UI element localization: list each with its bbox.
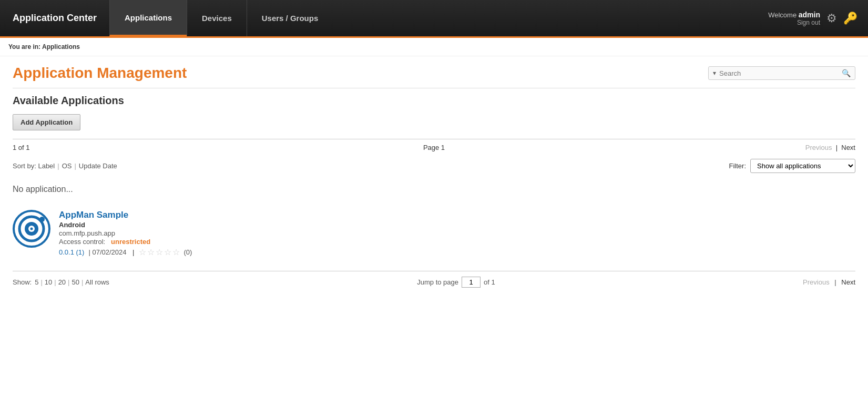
access-label: Access control:	[59, 238, 105, 246]
next-link-bottom[interactable]: Next	[841, 278, 855, 286]
add-application-button[interactable]: Add Application	[13, 114, 80, 130]
search-container: ▾ 🔍	[708, 66, 855, 80]
stars: ☆ ☆ ☆ ☆ ☆	[139, 247, 180, 257]
show-sep-3: |	[68, 278, 69, 286]
show-left: Show: 5 | 10 | 20 | 50 | All rows	[13, 278, 109, 286]
section-title: Available Applications	[13, 95, 855, 107]
show-label: Show:	[13, 278, 32, 286]
star-5[interactable]: ☆	[172, 247, 180, 257]
sort-by-update-date[interactable]: Update Date	[79, 162, 117, 170]
app-name-link[interactable]: AppMan Sample	[59, 210, 128, 220]
previous-label-top: Previous	[805, 144, 832, 151]
separator-pipe: |	[131, 248, 135, 256]
previous-label-bottom: Previous	[803, 278, 830, 286]
page-label: Page 1	[293, 144, 574, 151]
signout-link[interactable]: Sign out	[768, 19, 820, 26]
show-sep-1: |	[40, 278, 42, 286]
app-item: AppMan Sample Android com.mfp.push.app A…	[13, 205, 855, 266]
app-os: Android	[59, 221, 855, 229]
of-label: of 1	[484, 278, 495, 286]
title-divider	[13, 88, 855, 88]
sort-sep-2: |	[74, 162, 76, 170]
jump-to-page: Jump to page of 1	[417, 277, 495, 288]
show-sep-2: |	[54, 278, 56, 286]
app-icon[interactable]	[13, 210, 50, 248]
search-dropdown-arrow[interactable]: ▾	[713, 69, 716, 77]
main-content: Application Management ▾ 🔍 Available App…	[0, 56, 868, 301]
page-title: Application Management	[13, 65, 187, 82]
welcome-text: Welcome admin Sign out	[768, 11, 820, 26]
filter-label: Filter:	[729, 162, 747, 170]
app-version-link[interactable]: 0.0.1 (1)	[59, 248, 84, 256]
jump-label: Jump to page	[417, 278, 458, 286]
nav-item-applications[interactable]: Applications	[109, 0, 187, 36]
show-5[interactable]: 5	[35, 278, 38, 286]
page-count: 1 of 1	[13, 144, 293, 151]
show-all[interactable]: All rows	[85, 278, 109, 286]
sort-label: Sort by:	[13, 162, 36, 170]
pagination-top: 1 of 1 Page 1 Previous | Next	[13, 139, 855, 156]
access-value: unrestricted	[111, 238, 150, 246]
app-icon-svg	[13, 210, 50, 248]
show-50[interactable]: 50	[72, 278, 79, 286]
star-4[interactable]: ☆	[164, 247, 171, 257]
svg-point-5	[30, 228, 33, 230]
filter-right: Filter: Show all applications Active onl…	[729, 159, 856, 173]
next-link-top[interactable]: Next	[841, 144, 855, 151]
sort-filter-row: Sort by: Label | OS | Update Date Filter…	[13, 156, 855, 176]
show-20[interactable]: 20	[58, 278, 66, 286]
app-details: AppMan Sample Android com.mfp.push.app A…	[59, 210, 855, 257]
nav-item-users-groups[interactable]: Users / Groups	[247, 0, 333, 36]
main-nav: Applications Devices Users / Groups	[109, 0, 758, 36]
app-date: | 07/02/2024	[88, 248, 126, 256]
star-3[interactable]: ☆	[156, 247, 163, 257]
key-icon[interactable]: 🔑	[843, 12, 857, 25]
breadcrumb: You are in: Applications	[0, 38, 868, 56]
rating-count: (0)	[184, 248, 192, 256]
header: Application Center Applications Devices …	[0, 0, 868, 38]
settings-icon[interactable]: ⚙	[826, 12, 837, 25]
jump-input[interactable]	[462, 277, 481, 288]
sort-left: Sort by: Label | OS | Update Date	[13, 162, 117, 170]
brand-logo[interactable]: Application Center	[0, 0, 109, 36]
prev-next-top: Previous | Next	[575, 144, 855, 151]
bottom-pagination: Show: 5 | 10 | 20 | 50 | All rows Jump t…	[13, 271, 855, 293]
search-button[interactable]: 🔍	[842, 69, 851, 77]
show-sep-4: |	[81, 278, 83, 286]
search-input[interactable]	[719, 69, 842, 77]
show-10[interactable]: 10	[45, 278, 52, 286]
star-1[interactable]: ☆	[139, 247, 146, 257]
prev-next-bottom: Previous | Next	[803, 278, 855, 286]
username: admin	[799, 11, 820, 19]
sort-by-label[interactable]: Label	[38, 162, 55, 170]
welcome-prefix: Welcome	[768, 11, 796, 19]
title-row: Application Management ▾ 🔍	[13, 65, 855, 82]
sort-by-os[interactable]: OS	[62, 162, 72, 170]
star-2[interactable]: ☆	[147, 247, 155, 257]
nav-item-devices[interactable]: Devices	[187, 0, 247, 36]
app-access: Access control: unrestricted	[59, 238, 855, 246]
sort-sep-1: |	[57, 162, 59, 170]
no-application-message: No application...	[13, 185, 855, 194]
header-right: Welcome admin Sign out ⚙ 🔑	[758, 0, 868, 36]
svg-point-3	[39, 217, 45, 222]
filter-select[interactable]: Show all applications Active only Inacti…	[750, 159, 855, 173]
app-version-row: 0.0.1 (1) | 07/02/2024 | ☆ ☆ ☆ ☆ ☆ (0)	[59, 247, 855, 257]
app-package: com.mfp.push.app	[59, 229, 855, 237]
